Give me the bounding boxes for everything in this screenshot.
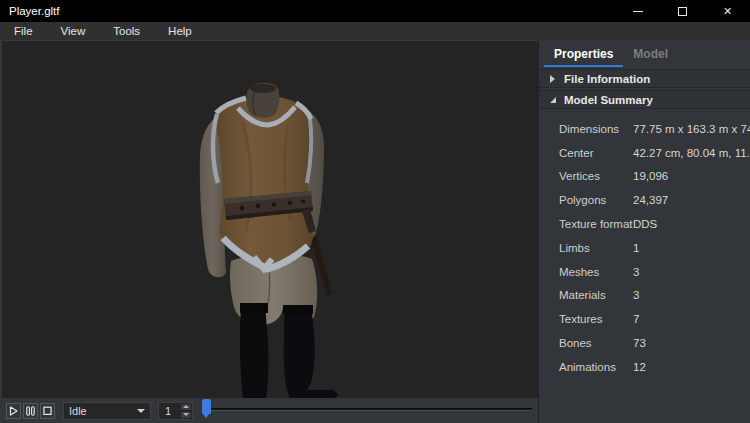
close-button[interactable]: ✕ (705, 0, 750, 22)
model-summary-rows: Dimensions 77.75 m x 163.3 m x 74.42 m C… (539, 109, 750, 379)
close-icon: ✕ (723, 6, 732, 17)
table-row: Textures 7 (539, 307, 750, 331)
prop-label-bones: Bones (559, 337, 633, 349)
frame-spinner-buttons (180, 403, 192, 419)
animation-dropdown-value: Idle (69, 405, 137, 417)
prop-label-dimensions: Dimensions (559, 123, 633, 135)
properties-panel: Properties Model File Information Model … (538, 40, 750, 423)
chevron-expanded-icon (550, 97, 560, 103)
table-row: Bones 73 (539, 331, 750, 355)
prop-value-dimensions: 77.75 m x 163.3 m x 74.42 m (633, 123, 750, 135)
minimize-button[interactable] (615, 0, 660, 22)
stop-button[interactable] (40, 403, 55, 419)
prop-label-meshes: Meshes (559, 266, 633, 278)
playback-toolbar: Idle 1 (0, 398, 538, 423)
maximize-icon (678, 7, 687, 16)
table-row: Dimensions 77.75 m x 163.3 m x 74.42 m (539, 117, 750, 141)
prop-label-vertices: Vertices (559, 170, 633, 182)
prop-label-limbs: Limbs (559, 242, 633, 254)
play-button[interactable] (6, 403, 21, 419)
window-controls: ✕ (615, 0, 750, 22)
tab-properties[interactable]: Properties (544, 47, 623, 67)
stop-icon (43, 406, 52, 416)
prop-value-textures: 7 (633, 313, 639, 325)
model-3d-viewport[interactable] (2, 40, 538, 398)
chevron-up-icon (183, 405, 189, 408)
spinner-up-button[interactable] (181, 404, 191, 410)
character-model (2, 41, 538, 398)
table-row: Animations 12 (539, 355, 750, 379)
tab-model[interactable]: Model (623, 47, 678, 67)
prop-label-materials: Materials (559, 289, 633, 301)
chevron-down-icon (137, 409, 145, 413)
prop-label-texture-format: Texture format (559, 218, 633, 230)
table-row: Center 42.27 cm, 80.04 m, 11.1 m (539, 141, 750, 165)
menu-tools[interactable]: Tools (112, 25, 141, 37)
prop-label-center: Center (559, 147, 633, 159)
prop-value-bones: 73 (633, 337, 646, 349)
prop-label-textures: Textures (559, 313, 633, 325)
menu-view[interactable]: View (60, 25, 87, 37)
animation-dropdown[interactable]: Idle (63, 402, 151, 420)
menu-help[interactable]: Help (167, 25, 193, 37)
menu-bar: File View Tools Help (0, 22, 750, 40)
maximize-button[interactable] (660, 0, 705, 22)
prop-value-polygons: 24,397 (633, 194, 668, 206)
panel-tabstrip: Properties Model (539, 40, 750, 67)
timeline-track[interactable] (208, 408, 532, 411)
prop-value-animations: 12 (633, 361, 646, 373)
prop-value-limbs: 1 (633, 242, 639, 254)
table-row: Meshes 3 (539, 260, 750, 284)
app-window: Player.gltf ✕ File View Tools Help (0, 0, 750, 423)
left-pane: Idle 1 (0, 40, 538, 423)
section-title: Model Summary (564, 94, 653, 106)
minimize-icon (633, 11, 643, 12)
timeline-thumb[interactable] (202, 399, 211, 414)
play-icon (9, 406, 18, 416)
timeline-slider[interactable] (202, 398, 534, 423)
content-area: Idle 1 Properties (0, 40, 750, 423)
prop-value-vertices: 19,096 (633, 170, 668, 182)
prop-value-materials: 3 (633, 289, 639, 301)
frame-spinner[interactable]: 1 (158, 402, 193, 420)
table-row: Materials 3 (539, 284, 750, 308)
chevron-down-icon (183, 413, 189, 416)
prop-value-center: 42.27 cm, 80.04 m, 11.1 m (633, 147, 750, 159)
menu-file[interactable]: File (13, 25, 34, 37)
pause-icon (26, 406, 35, 416)
chevron-right-icon (550, 75, 560, 83)
title-bar: Player.gltf ✕ (0, 0, 750, 22)
prop-value-meshes: 3 (633, 266, 639, 278)
spinner-down-button[interactable] (181, 412, 191, 418)
section-file-information[interactable]: File Information (539, 69, 750, 88)
prop-label-animations: Animations (559, 361, 633, 373)
frame-spinner-value: 1 (159, 403, 180, 419)
prop-value-texture-format: DDS (633, 218, 657, 230)
window-title: Player.gltf (0, 5, 615, 17)
table-row: Polygons 24,397 (539, 188, 750, 212)
pause-button[interactable] (23, 403, 38, 419)
prop-label-polygons: Polygons (559, 194, 633, 206)
section-model-summary[interactable]: Model Summary (539, 90, 750, 109)
table-row: Texture format DDS (539, 212, 750, 236)
table-row: Vertices 19,096 (539, 165, 750, 189)
table-row: Limbs 1 (539, 236, 750, 260)
section-title: File Information (564, 73, 650, 85)
